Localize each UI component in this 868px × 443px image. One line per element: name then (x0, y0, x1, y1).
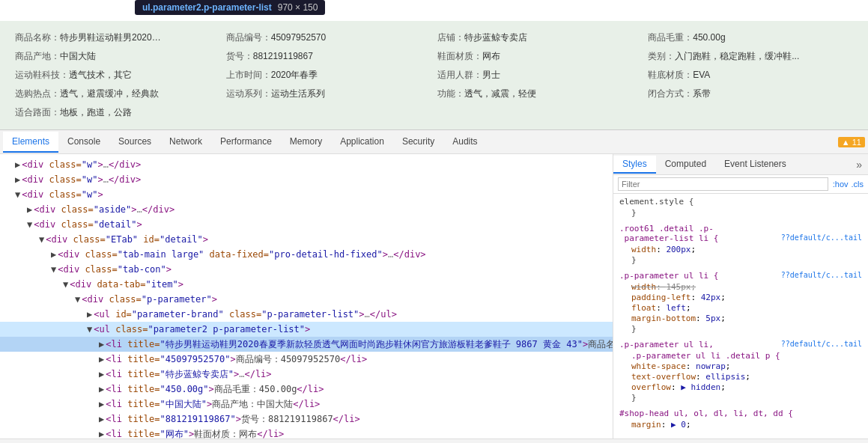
subtab-more[interactable]: » (850, 156, 868, 174)
dom-line-selected[interactable]: ▶<li title="特步男鞋运动鞋男2020春夏季新款轻质透气网面时尚跑步鞋… (0, 337, 613, 352)
dom-line[interactable]: ▼<div data-tab="item"> (0, 277, 613, 292)
tooltip-selector: ul.parameter2.p-parameter-list (142, 2, 272, 13)
rule-selector: .root61 .detail .p- parameter-list li { … (619, 224, 862, 243)
style-property: margin: ▶ 0; (619, 420, 862, 430)
styles-filter-input[interactable] (618, 177, 828, 191)
product-cell: 商品编号：45097952570 (223, 30, 434, 46)
product-cell: 适合路面：地板，跑道，公路 (12, 105, 223, 120)
subtab-styles[interactable]: Styles (613, 156, 656, 174)
dom-line[interactable]: ▶<div class="aside">…</div> (0, 202, 613, 217)
source-link[interactable]: ??default/c...tail (781, 340, 862, 348)
source-link[interactable]: ??default/c...tail (781, 271, 862, 279)
rule-selector-cont: .p-parameter ul li .detail p { (619, 351, 862, 361)
style-rule-element: element.style { } (619, 197, 862, 218)
element-tooltip: ul.parameter2.p-parameter-list 970 × 150 (135, 0, 325, 15)
subtab-event-listeners[interactable]: Event Listeners (715, 156, 795, 174)
styles-panel: Styles Computed Event Listeners » :hov .… (613, 154, 868, 439)
dom-line[interactable]: ▶<li title="881219119867">货号：88121911986… (0, 412, 613, 427)
dom-line[interactable]: ▶<div class="w">…</div> (0, 172, 613, 187)
devtools-body: ▶<div class="w">…</div> ▶<div class="w">… (0, 154, 868, 439)
product-cell: 店铺：特步蓝鲸专卖店 (434, 30, 646, 46)
product-cell: 运动鞋科技：透气技术，其它 (12, 67, 223, 83)
source-link[interactable]: ??default/c...tail (781, 233, 862, 242)
tab-performance[interactable]: Performance (211, 132, 281, 153)
dom-line[interactable]: ▶<div class="w">…</div> (0, 157, 613, 172)
product-cell: 商品产地：中国大陆 (12, 49, 223, 64)
subtab-computed[interactable]: Computed (656, 156, 715, 174)
dom-line[interactable]: ▶<li title="网布">鞋面材质：网布</li> (0, 427, 613, 439)
tab-application[interactable]: Application (331, 132, 393, 153)
product-cell: 商品名称：特步男鞋运动鞋男2020… (12, 30, 223, 46)
dom-line[interactable]: ▶<li title="450.00g">商品毛重：450.00g</li> (0, 382, 613, 397)
product-info-area: 商品名称：特步男鞋运动鞋男2020… 商品编号：45097952570 店铺：特… (0, 21, 868, 129)
tab-memory[interactable]: Memory (281, 132, 331, 153)
styles-subtabs: Styles Computed Event Listeners » (613, 154, 868, 175)
tab-network[interactable]: Network (160, 132, 211, 153)
dom-panel[interactable]: ▶<div class="w">…</div> ▶<div class="w">… (0, 154, 613, 439)
dom-line[interactable]: ▶<li title="特步蓝鲸专卖店">…</li> (0, 367, 613, 382)
rule-close: } (619, 393, 862, 403)
dom-line[interactable]: ▼<ul class="parameter2 p-parameter-list"… (0, 322, 613, 337)
tab-elements[interactable]: Elements (3, 132, 58, 153)
product-cell: 上市时间：2020年春季 (223, 67, 434, 83)
dom-line[interactable]: ▼<div class="tab-con"> (0, 262, 613, 277)
style-property: padding-left: 42px; (619, 293, 862, 302)
style-rule-root61: .root61 .detail .p- parameter-list li { … (619, 224, 862, 265)
dom-line[interactable]: ▶<li title="中国大陆">商品产地：中国大陆</li> (0, 397, 613, 412)
product-cell: 闭合方式：系带 (645, 86, 856, 102)
styles-content: element.style { } .root61 .detail .p- pa… (613, 194, 868, 439)
devtools-right-controls: ▲ 11 (838, 137, 865, 147)
devtools-panel: Elements Console Sources Network Perform… (0, 129, 868, 443)
tab-console[interactable]: Console (58, 132, 109, 153)
style-property: white-space: nowrap; (619, 361, 862, 371)
rule-selector: .p-parameter ul li { ??default/c...tail (619, 271, 862, 281)
warning-badge: ▲ 11 (838, 137, 865, 147)
style-rule-p-parameter: .p-parameter ul li { ??default/c...tail … (619, 271, 862, 334)
pseudo-buttons: :hov .cls (833, 180, 864, 189)
product-cell: 鞋面材质：网布 (434, 49, 646, 64)
hov-button[interactable]: :hov (833, 180, 849, 189)
product-cell: 类别：入门跑鞋，稳定跑鞋，缓冲鞋... (645, 49, 856, 64)
dom-line[interactable]: ▶<li title="45097952570">商品编号：4509795257… (0, 352, 613, 367)
product-cell: 鞋底材质：EVA (645, 67, 856, 83)
dom-line[interactable]: ▼<div class="detail"> (0, 217, 613, 232)
product-cell: 商品毛重：450.00g (645, 30, 856, 46)
dom-line[interactable]: ▼<div class="ETab" id="detail"> (0, 232, 613, 247)
cls-button[interactable]: .cls (852, 180, 864, 189)
product-cell: 货号：881219119867 (223, 49, 434, 64)
devtools-tabs-bar: Elements Console Sources Network Perform… (0, 130, 868, 154)
style-property: text-overflow: ellipsis; (619, 372, 862, 382)
rule-selector: #shop-head ul, ol, dl, li, dt, dd { (619, 409, 862, 418)
tab-audits[interactable]: Audits (443, 132, 486, 153)
product-cell: 选购热点：透气，避震缓冲，经典款 (12, 86, 223, 102)
tab-sources[interactable]: Sources (109, 132, 160, 153)
style-rule-p-parameter-combined: .p-parameter ul li, ??default/c...tail .… (619, 340, 862, 403)
style-property: margin-bottom: 5px; (619, 314, 862, 323)
tooltip-dimensions: 970 × 150 (278, 2, 318, 13)
dom-line[interactable]: ▶<ul id="parameter-brand" class="p-param… (0, 307, 613, 322)
product-cell: 运动系列：运动生活系列 (223, 86, 434, 102)
dom-breadcrumb: body › div.w › div.detail › div#detail.E… (0, 439, 868, 443)
dom-line[interactable]: ▼<div class="w"> (0, 187, 613, 202)
style-property: overflow: ▶ hidden; (619, 382, 862, 392)
dom-line[interactable]: ▼<div class="p-parameter"> (0, 292, 613, 307)
rule-close: } (619, 208, 862, 218)
rule-close: } (619, 324, 862, 334)
style-property: float: left; (619, 303, 862, 313)
dom-line[interactable]: ▶<div class="tab-main large" data-fixed=… (0, 247, 613, 262)
rule-close: } (619, 255, 862, 265)
styles-filter-row: :hov .cls (613, 175, 868, 194)
style-property: width: 200px; (619, 245, 862, 254)
rule-selector: element.style { (619, 197, 862, 207)
rule-selector: .p-parameter ul li, ??default/c...tail (619, 340, 862, 349)
style-property: width: 145px; (619, 282, 862, 292)
tab-security[interactable]: Security (393, 132, 443, 153)
product-cell: 功能：透气，减震，轻便 (434, 86, 646, 102)
style-rule-shophead: #shop-head ul, ol, dl, li, dt, dd { marg… (619, 409, 862, 430)
product-cell: 适用人群：男士 (434, 67, 646, 83)
product-grid: 商品名称：特步男鞋运动鞋男2020… 商品编号：45097952570 店铺：特… (12, 27, 856, 123)
